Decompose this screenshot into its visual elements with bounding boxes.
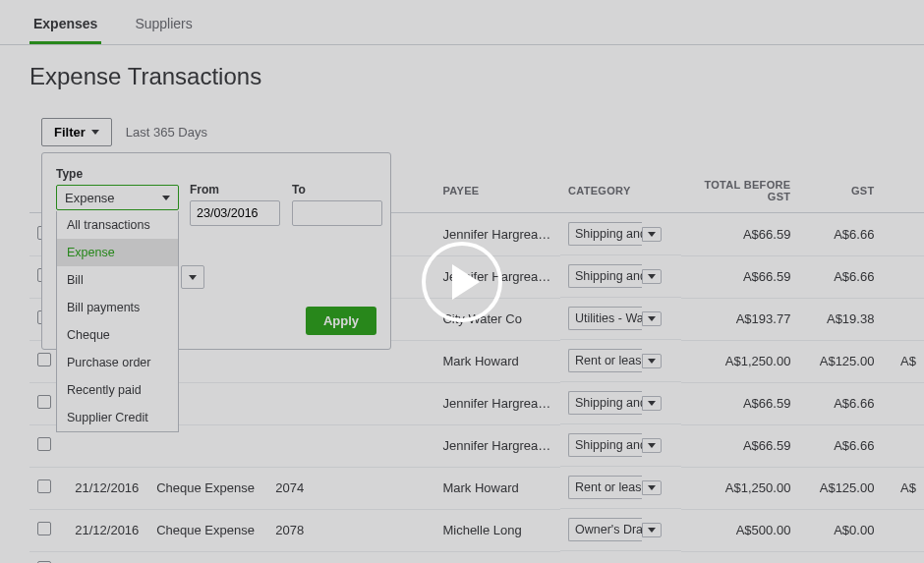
option-all-transactions[interactable]: All transactions <box>57 211 178 239</box>
cell-tail <box>882 424 924 467</box>
option-expense[interactable]: Expense <box>57 239 178 266</box>
type-label: Type <box>56 167 376 181</box>
category-select[interactable]: Shipping and <box>568 222 662 246</box>
category-value: Rent or lease <box>568 476 642 499</box>
category-select[interactable]: Utilities - Wat <box>568 307 662 330</box>
cell-type: Cheque Expense <box>148 467 267 509</box>
cell-gst: A$125.00 <box>798 340 882 382</box>
cell-no: 2074 <box>267 467 318 509</box>
chevron-down-icon <box>189 275 197 280</box>
from-label: From <box>190 183 280 197</box>
cell-payee: Michelle Long <box>434 509 560 551</box>
chevron-down-icon <box>648 274 656 279</box>
filter-button-label: Filter <box>54 125 86 140</box>
cell-payee: Jennifer Hargreaves <box>434 424 560 467</box>
category-value: Shipping and <box>568 264 642 288</box>
cell-payee: Jennifer Hargreaves <box>434 382 560 424</box>
option-supplier-credit[interactable]: Supplier Credit <box>57 404 178 431</box>
option-recently-paid[interactable]: Recently paid <box>57 376 178 404</box>
row-checkbox[interactable] <box>37 437 51 451</box>
category-value: Owner's Drav <box>568 518 642 541</box>
cell-payee: Bank of AnyCity <box>434 551 560 563</box>
cell-total-before-gst: A$66.59 <box>681 213 798 256</box>
cell-tail <box>882 551 924 563</box>
category-select[interactable]: Rent or lease <box>568 349 662 372</box>
secondary-select[interactable] <box>181 265 204 289</box>
page-title: Expense Transactions <box>0 45 924 104</box>
row-checkbox[interactable] <box>37 479 51 493</box>
category-select[interactable]: Owner's Drav <box>568 518 662 541</box>
cell-type: Cheque Expense <box>148 509 267 551</box>
cell-tail <box>882 255 924 298</box>
chevron-down-icon <box>648 359 656 364</box>
cell-date: 21/12/2016 <box>67 551 148 563</box>
tab-expenses[interactable]: Expenses <box>29 8 101 44</box>
type-dropdown: All transactions Expense Bill Bill payme… <box>56 211 179 432</box>
cell-total-before-gst: A$471.76 <box>681 551 798 563</box>
col-category[interactable]: CATEGORY <box>560 147 681 213</box>
cell-tail <box>882 382 924 424</box>
cell-tail: A$ <box>882 467 924 509</box>
category-value: Shipping and <box>568 222 642 246</box>
table-row[interactable]: 21/12/2016Cheque Expense2077Bank of AnyC… <box>29 551 924 563</box>
cell-no: 2077 <box>267 551 318 563</box>
tabs-bar: Expenses Suppliers <box>0 0 924 45</box>
option-bill[interactable]: Bill <box>57 266 178 294</box>
type-select-value: Expense <box>65 191 115 205</box>
filter-button[interactable]: Filter <box>41 118 112 146</box>
cell-total-before-gst: A$66.59 <box>681 424 798 467</box>
chevron-down-icon <box>648 316 656 321</box>
cell-no <box>267 424 318 467</box>
from-date-input[interactable] <box>190 200 280 226</box>
category-select[interactable]: Shipping and <box>568 391 662 415</box>
cell-date: 21/12/2016 <box>67 467 148 509</box>
play-button[interactable] <box>422 242 502 322</box>
cell-date: 21/12/2016 <box>67 509 148 551</box>
cell-type: Cheque Expense <box>148 551 267 563</box>
cell-gst: A$0.00 <box>798 509 882 551</box>
cell-tail <box>882 213 924 256</box>
tab-suppliers[interactable]: Suppliers <box>131 8 196 44</box>
col-payee[interactable]: PAYEE <box>434 147 560 213</box>
cell-tail <box>882 509 924 551</box>
filter-status-text: Last 365 Days <box>126 125 207 140</box>
option-cheque[interactable]: Cheque <box>57 321 178 349</box>
cell-total-before-gst: A$500.00 <box>681 509 798 551</box>
row-checkbox[interactable] <box>37 522 51 535</box>
category-value: Utilities - Wat <box>568 307 642 330</box>
cell-gst: A$6.66 <box>798 255 882 298</box>
to-label: To <box>292 183 382 197</box>
cell-payee: Mark Howard <box>434 340 560 382</box>
cell-tail <box>882 298 924 340</box>
to-date-input[interactable] <box>292 200 382 226</box>
type-select[interactable]: Expense <box>56 185 179 210</box>
category-select[interactable]: Shipping and <box>568 433 662 457</box>
table-row[interactable]: 21/12/2016Cheque Expense2078Michelle Lon… <box>29 509 924 551</box>
cell-total-before-gst: A$193.77 <box>681 298 798 340</box>
col-total-before-gst[interactable]: TOTAL BEFORE GST <box>681 147 798 213</box>
option-purchase-order[interactable]: Purchase order <box>57 349 178 376</box>
row-checkbox[interactable] <box>37 395 51 409</box>
cell-gst: A$6.66 <box>798 424 882 467</box>
chevron-down-icon <box>648 485 656 490</box>
col-gst[interactable]: GST <box>798 147 882 213</box>
cell-gst: A$125.00 <box>798 467 882 509</box>
cell-no <box>267 382 318 424</box>
category-value: Shipping and <box>568 391 642 415</box>
cell-gst: A$6.66 <box>798 213 882 256</box>
table-row[interactable]: 21/12/2016Cheque Expense2074Mark HowardR… <box>29 467 924 509</box>
category-select[interactable]: Rent or lease <box>568 476 662 499</box>
option-bill-payments[interactable]: Bill payments <box>57 294 178 321</box>
cell-payee: Mark Howard <box>434 467 560 509</box>
row-checkbox[interactable] <box>37 353 51 366</box>
cell-total-before-gst: A$1,250.00 <box>681 340 798 382</box>
chevron-down-icon <box>648 232 656 237</box>
category-select[interactable]: Shipping and <box>568 264 662 288</box>
cell-gst: A$0.00 <box>798 551 882 563</box>
cell-no: 2078 <box>267 509 318 551</box>
apply-button[interactable]: Apply <box>306 307 376 335</box>
category-value: Rent or lease <box>568 349 642 372</box>
chevron-down-icon <box>648 443 656 448</box>
chevron-down-icon <box>648 401 656 406</box>
chevron-down-icon <box>91 130 99 135</box>
